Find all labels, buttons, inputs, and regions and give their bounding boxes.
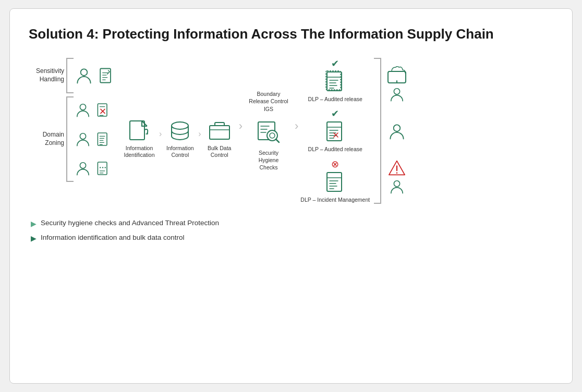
person-icon-4 bbox=[75, 160, 91, 177]
dlp-audited-label-1: DLP – Audited release bbox=[308, 96, 362, 103]
dlp-audited-label-2: DLP – Audited release bbox=[308, 146, 362, 153]
doc-lines-icon bbox=[94, 131, 111, 148]
bullet-arrow-2: ▶ bbox=[31, 234, 37, 244]
step-info-control: Information Control bbox=[163, 118, 197, 159]
bullet-1: ▶ Security hygiene checks and Advanced T… bbox=[31, 218, 553, 229]
bulk-data-icon bbox=[208, 118, 232, 142]
svg-point-11 bbox=[102, 167, 103, 168]
svg-rect-25 bbox=[327, 173, 342, 191]
arrow-main: › bbox=[239, 119, 242, 133]
warning-icon bbox=[387, 160, 406, 176]
svg-point-31 bbox=[394, 181, 400, 187]
bulk-data-label: Bulk Data Control bbox=[202, 145, 237, 159]
bullets-section: ▶ Security hygiene checks and Advanced T… bbox=[29, 218, 553, 244]
arrow-to-outcomes: › bbox=[295, 119, 298, 133]
svg-rect-15 bbox=[210, 126, 229, 139]
dlp-doc-icon-2 bbox=[324, 120, 346, 144]
dlp-incident-doc-icon bbox=[324, 171, 346, 195]
svg-rect-3 bbox=[98, 104, 107, 116]
step-info-identification: Information Identification bbox=[120, 118, 158, 159]
domain-label: Domain Zoning bbox=[29, 131, 64, 147]
outcome-dlp-1: ✔ DLP – Audited release bbox=[300, 58, 370, 103]
bullet-text-1: Security hygiene checks and Advanced Thr… bbox=[41, 218, 219, 228]
cloud-monitor-icon bbox=[386, 66, 407, 84]
page-title: Solution 4: Protecting Information Acros… bbox=[29, 26, 553, 43]
svg-point-14 bbox=[172, 122, 188, 129]
svg-rect-1 bbox=[100, 68, 111, 82]
outcome-dlp-incident: ⊗ DLP – Incident Management bbox=[300, 158, 370, 204]
svg-rect-20 bbox=[327, 72, 342, 91]
info-control-icon bbox=[168, 118, 192, 142]
bullet-arrow-1: ▶ bbox=[31, 219, 37, 229]
svg-point-6 bbox=[80, 133, 86, 139]
info-control-label: Information Control bbox=[163, 145, 197, 159]
doc-x-icon-1 bbox=[94, 102, 111, 118]
x-circle-icon: ⊗ bbox=[331, 158, 339, 170]
check-icon-2: ✔ bbox=[331, 108, 339, 119]
person-icon-1 bbox=[75, 66, 93, 85]
outcome-dlp-2: ✔ DLP – Audited release bbox=[300, 108, 370, 153]
dlp-incident-label: DLP – Incident Management bbox=[300, 197, 370, 204]
arrow-2: › bbox=[198, 129, 201, 139]
svg-point-0 bbox=[81, 69, 88, 76]
doc-check-icon-1 bbox=[96, 66, 115, 85]
info-id-label: Information Identification bbox=[120, 145, 158, 159]
svg-point-2 bbox=[80, 104, 86, 110]
svg-point-27 bbox=[394, 89, 400, 94]
svg-point-28 bbox=[394, 125, 401, 131]
person-icon-fr-2 bbox=[387, 122, 406, 141]
svg-point-30 bbox=[396, 173, 398, 174]
security-hygiene-label: Security Hygiene Checks bbox=[250, 149, 287, 172]
svg-rect-7 bbox=[98, 133, 107, 145]
person-icon-2 bbox=[75, 102, 91, 118]
svg-rect-22 bbox=[327, 122, 342, 141]
info-id-icon bbox=[127, 118, 151, 142]
doc-dots-icon bbox=[94, 160, 111, 177]
svg-line-19 bbox=[276, 139, 279, 142]
security-hygiene-icon bbox=[257, 118, 281, 144]
main-card: Solution 4: Protecting Information Acros… bbox=[9, 8, 573, 384]
far-right-group-3 bbox=[386, 160, 407, 195]
dlp-doc-icon-1 bbox=[324, 70, 346, 94]
sensitivity-label: Sensitivity Handling bbox=[29, 67, 64, 83]
boundary-label: Boundary Release Control IGS bbox=[248, 90, 289, 113]
person-icon-fr-3 bbox=[389, 178, 405, 195]
step-bulk-data: Bulk Data Control bbox=[202, 118, 237, 159]
bullet-text-2: Information identification and bulk data… bbox=[41, 233, 184, 243]
arrow-1: › bbox=[159, 129, 162, 139]
person-icon-fr-1 bbox=[389, 86, 405, 103]
far-right-group-2 bbox=[386, 122, 407, 141]
svg-point-12 bbox=[105, 167, 106, 168]
far-right-group-1 bbox=[386, 66, 407, 103]
check-icon-1: ✔ bbox=[331, 58, 339, 69]
bullet-2: ▶ Information identification and bulk da… bbox=[31, 233, 553, 244]
svg-point-8 bbox=[80, 163, 86, 168]
svg-point-10 bbox=[100, 167, 101, 168]
person-icon-3 bbox=[75, 131, 91, 148]
